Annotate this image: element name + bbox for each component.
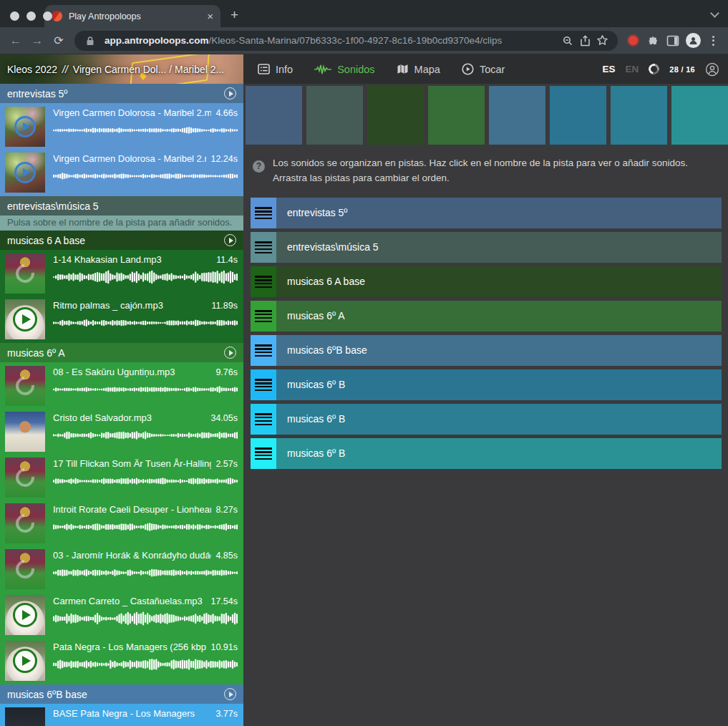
window-zoom-button[interactable] (43, 11, 52, 21)
tab-close-icon[interactable]: × (207, 10, 213, 22)
track-row[interactable]: entrevistas\música 5 (251, 232, 722, 263)
clip-item[interactable]: Cristo del Salvador.mp3 34.05s (0, 410, 243, 453)
clip-item[interactable]: Carmen Carreto _ Castañuelas.mp3 17.54s (0, 594, 243, 637)
track-row[interactable]: entrevistas 5º (251, 198, 722, 228)
clip-item[interactable]: Virgen Carmen Dolorosa - Maribel 2.mp3 4… (0, 105, 243, 148)
track-row[interactable]: musicas 6º B (251, 369, 722, 400)
clip-thumbnail[interactable] (5, 549, 45, 589)
drag-handle[interactable] (251, 266, 276, 297)
tab-info[interactable]: Info (258, 64, 293, 75)
tab-search-chevron-icon[interactable] (710, 9, 719, 18)
play-track-icon[interactable] (224, 347, 236, 359)
tab-mapa[interactable]: Mapa (397, 64, 440, 75)
zoom-page-icon[interactable] (559, 32, 576, 49)
drag-handle[interactable] (251, 369, 276, 400)
clip-thumbnail[interactable] (5, 595, 45, 635)
forward-button[interactable]: → (27, 31, 47, 51)
clip-thumbnail[interactable] (5, 458, 45, 498)
clip-thumbnail[interactable] (5, 412, 45, 452)
drag-handle[interactable] (251, 404, 276, 435)
clip-item[interactable]: BASE Pata Negra - Los Managers 3.77s (0, 706, 243, 726)
browser-menu-icon[interactable] (704, 32, 722, 50)
tab-tocar[interactable]: Tocar (462, 63, 505, 75)
clip-play-icon[interactable] (12, 373, 39, 400)
clip-thumbnail[interactable] (5, 107, 45, 147)
clip-play-icon[interactable] (12, 261, 39, 287)
clip-play-icon[interactable] (14, 162, 36, 183)
track-row[interactable]: musicas 6ºB base (251, 335, 722, 366)
track-row-label: entrevistas 5º (287, 207, 348, 218)
clip-item[interactable]: 08 - Es Sakūru Uguntiņu.mp3 9.76s (0, 364, 243, 407)
clip-play-icon[interactable] (12, 510, 39, 537)
profile-avatar-icon[interactable] (684, 32, 702, 50)
clip-name: Pata Negra - Los Managers (256 kbps).mp3 (53, 642, 206, 652)
language-en-button[interactable]: EN (625, 64, 639, 74)
sidebar-track-header[interactable]: musicas 6º A (0, 343, 243, 362)
share-icon[interactable] (576, 32, 593, 49)
sidebar-track-header[interactable]: musicas 6 A base (0, 231, 243, 250)
record-extension-icon[interactable] (623, 32, 642, 50)
clip-item[interactable]: Pata Negra - Los Managers (256 kbps).mp3… (0, 639, 243, 682)
drag-handle[interactable] (251, 335, 276, 366)
clip-item[interactable]: Virgen Carmen Dolorosa - Maribel 2.mp3 1… (0, 151, 243, 194)
breadcrumb-project[interactable]: Kleos 2022 (7, 64, 57, 75)
breadcrumb[interactable]: Kleos 2022//Virgen Carmen Dol... / Marib… (0, 54, 243, 84)
back-button[interactable]: ← (6, 31, 26, 51)
clip-item[interactable]: Ritmo palmas _ cajón.mp3 11.89s (0, 298, 243, 341)
clip-item[interactable]: 03 - Jaromír Horák & Konrádyho dudácká .… (0, 548, 243, 591)
address-bar[interactable]: app.antropoloops.com/Kleos-Santa-Marina/… (74, 31, 618, 51)
clip-thumbnail[interactable] (5, 707, 45, 726)
clip-waveform (53, 564, 238, 581)
clip-thumbnail[interactable] (5, 366, 45, 406)
language-es-button[interactable]: ES (602, 64, 615, 74)
clip-thumbnail[interactable] (5, 503, 45, 543)
clip-item[interactable]: Introit Rorate Caeli Desuper - Lionheart… (0, 502, 243, 545)
clip-thumbnail[interactable] (5, 299, 45, 339)
play-track-icon[interactable] (224, 234, 236, 246)
breadcrumb-text: Kleos 2022//Virgen Carmen Dol... / Marib… (7, 64, 224, 75)
breadcrumb-trail[interactable]: Virgen Carmen Dol... / Maribel 2... (73, 64, 224, 75)
window-controls[interactable] (10, 11, 52, 21)
clip-play-icon[interactable] (12, 556, 39, 583)
clip-play-icon[interactable] (13, 649, 37, 673)
drag-handle-icon (255, 276, 272, 288)
track-row[interactable]: musicas 6º B (251, 438, 722, 469)
clip-play-icon[interactable] (13, 603, 37, 627)
window-minimize-button[interactable] (26, 11, 36, 21)
drag-handle[interactable] (251, 301, 276, 331)
sidebar-track-header[interactable]: entrevistas 5º (0, 84, 243, 103)
clip-thumbnail[interactable] (5, 253, 45, 294)
play-track-icon[interactable] (224, 688, 236, 700)
sidebar-track-header[interactable]: musicas 6ºB base (0, 684, 243, 704)
drag-handle[interactable] (251, 232, 276, 263)
extensions-puzzle-icon[interactable] (644, 32, 662, 50)
url-text[interactable]: app.antropoloops.com/Kleos-Santa-Marina/… (105, 35, 559, 46)
reload-button[interactable]: ⟳ (49, 31, 69, 51)
track-row[interactable]: musicas 6º B (251, 404, 722, 435)
sidebar-track-section: entrevistas\música 5 Pulsa sobre el nomb… (0, 196, 243, 231)
new-tab-button[interactable]: + (230, 7, 238, 23)
waveform-icon (314, 64, 331, 75)
clip-item[interactable]: 1-14 Khakasian Land.mp3 11.4s (0, 252, 243, 295)
sidebar-track-header[interactable]: entrevistas\música 5 (0, 196, 243, 216)
drag-handle[interactable] (251, 438, 276, 469)
clip-duration: 34.05s (210, 413, 238, 423)
track-row[interactable]: musicas 6º A (251, 301, 722, 331)
bookmark-star-icon[interactable] (593, 32, 611, 49)
browser-tab[interactable]: Play Antropoloops × (44, 5, 220, 27)
tab-sonidos[interactable]: Sonidos (314, 64, 374, 75)
clip-play-icon[interactable] (14, 116, 36, 137)
content: entrevistas 5º Virgen Carmen Dolorosa - … (0, 84, 728, 726)
clip-thumbnail[interactable] (5, 641, 45, 681)
track-row[interactable]: musicas 6 A base (251, 266, 722, 297)
window-close-button[interactable] (10, 11, 19, 21)
drag-handle[interactable] (251, 198, 276, 228)
clip-item[interactable]: 17 Till Flickan Som Är Tusen År-Halling … (0, 456, 243, 499)
browser-tab-strip: Play Antropoloops × + (0, 0, 728, 27)
account-icon[interactable] (705, 62, 719, 77)
clip-play-icon[interactable] (12, 465, 39, 491)
side-panel-icon[interactable] (664, 32, 682, 50)
play-track-icon[interactable] (224, 87, 236, 100)
clip-play-icon[interactable] (13, 307, 37, 331)
clip-thumbnail[interactable] (5, 153, 45, 193)
